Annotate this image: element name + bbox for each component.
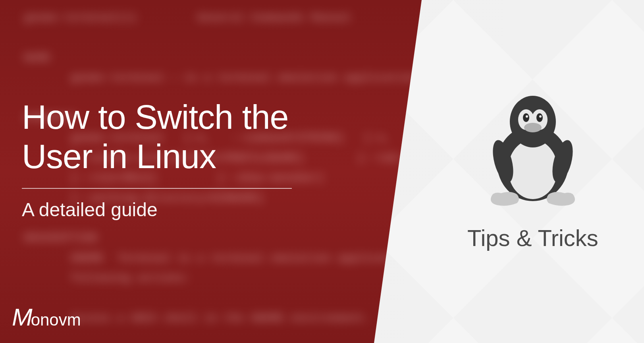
title-divider xyxy=(22,188,292,189)
main-title: How to Switch the User in Linux xyxy=(22,97,292,176)
banner-container: gnome-terminal(1) General Commands Manua… xyxy=(0,0,644,343)
tux-linux-icon xyxy=(483,92,582,209)
monovm-logo: Monovm xyxy=(12,303,81,331)
title-line-1: How to Switch the xyxy=(22,98,288,136)
title-block: How to Switch the User in Linux A detail… xyxy=(22,97,292,221)
logo-letter: M xyxy=(12,303,33,331)
svg-point-7 xyxy=(526,115,528,118)
title-line-2: User in Linux xyxy=(22,137,216,175)
tips-tricks-label: Tips & Tricks xyxy=(467,225,598,251)
svg-point-5 xyxy=(523,113,529,122)
svg-point-6 xyxy=(536,113,543,122)
svg-point-9 xyxy=(524,123,542,132)
svg-point-8 xyxy=(539,115,542,118)
svg-point-1 xyxy=(508,140,557,199)
subtitle: A detailed guide xyxy=(22,199,292,221)
right-panel: Tips & Tricks xyxy=(374,0,644,343)
logo-text: onovm xyxy=(31,310,81,329)
